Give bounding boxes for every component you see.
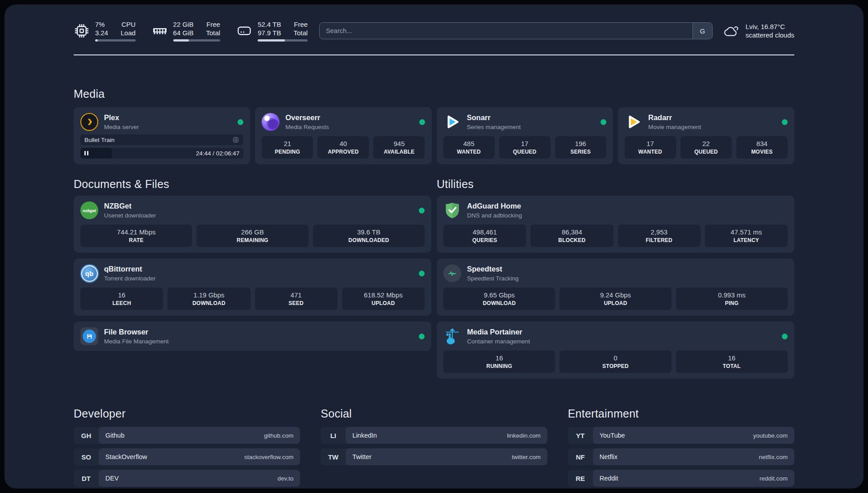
memory-total-value: 64 GiB	[173, 29, 194, 37]
cpu-widget: 7% 3.24 CPU Load	[74, 20, 136, 42]
bookmark-reddit[interactable]: RE Reddit reddit.com	[568, 470, 794, 487]
plex-icon	[80, 113, 98, 131]
bookmark-abbr: GH	[74, 427, 99, 444]
search-input[interactable]	[320, 23, 693, 39]
service-title: NZBGet	[104, 202, 413, 211]
stat-blocked: 86,384 BLOCKED	[530, 225, 613, 247]
bookmark-name: DEV	[105, 475, 119, 482]
service-subtitle: Torrent downloader	[104, 275, 413, 282]
disk-widget: 52.4 TB 97.9 TB Free Total	[236, 20, 308, 42]
service-card-adguard: AdGuard Home DNS and adblocking 498,461 …	[437, 196, 794, 253]
stat-running: 16 RUNNING	[443, 351, 555, 373]
search-provider-badge[interactable]: G	[693, 23, 712, 39]
bookmark-name: Reddit	[600, 475, 618, 482]
status-dot	[782, 119, 788, 125]
memory-icon	[152, 23, 168, 39]
now-playing-title: Bullet Train	[84, 137, 115, 143]
stat-queued: 17 QUEUED	[499, 136, 551, 159]
adguard-link[interactable]: AdGuard Home DNS and adblocking	[443, 201, 788, 219]
service-card-filebrowser: File Browser Media File Management	[74, 322, 431, 351]
service-card-speedtest: Speedtest Speedtest Tracking 9.65 Gbps D…	[437, 259, 794, 316]
memory-progress-bar	[173, 39, 221, 42]
bookmark-stackoverflow[interactable]: SO StackOverflow stackoverflow.com	[74, 448, 300, 465]
stat-series: 196 SERIES	[555, 136, 606, 159]
pause-button[interactable]	[84, 151, 88, 155]
stat-rate: 744.21 Mbps RATE	[80, 225, 192, 247]
filebrowser-link[interactable]: File Browser Media File Management	[80, 327, 425, 345]
nzbget-link[interactable]: nzbget NZBGet Usenet downloader	[80, 201, 425, 219]
bookmark-name: Netflix	[600, 453, 618, 460]
stat-upload: 618.52 Mbps UPLOAD	[342, 288, 425, 310]
service-title: File Browser	[104, 328, 413, 337]
service-subtitle: DNS and adblocking	[467, 212, 788, 219]
now-playing-row: Bullet Train	[80, 134, 243, 145]
bookmark-github[interactable]: GH Github github.com	[74, 427, 300, 444]
search-bar[interactable]: G	[319, 22, 713, 39]
overseerr-icon	[262, 113, 280, 131]
bookmark-group-title: Entertainment	[568, 407, 794, 420]
dashboard-panel: 7% 3.24 CPU Load	[4, 4, 864, 489]
adguard-icon	[443, 201, 461, 219]
weather-condition: scattered clouds	[746, 31, 794, 39]
stat-movies: 834 MOVIES	[736, 136, 788, 159]
bookmark-linkedin[interactable]: LI LinkedIn linkedin.com	[321, 427, 547, 444]
portainer-link[interactable]: Media Portainer Container management	[443, 327, 788, 345]
bookmark-twitter[interactable]: TW Twitter twitter.com	[321, 448, 547, 465]
qbittorrent-link[interactable]: qb qBittorrent Torrent downloader	[80, 264, 425, 282]
memory-widget: 22 GiB 64 GiB Free Total	[152, 20, 221, 42]
service-card-portainer: Media Portainer Container management 16 …	[437, 322, 794, 379]
bookmark-domain: reddit.com	[760, 475, 788, 482]
bookmark-name: Twitter	[352, 453, 371, 460]
cpu-load-value: 3.24	[95, 29, 108, 37]
bookmark-domain: youtube.com	[753, 432, 788, 439]
sonarr-icon	[443, 113, 461, 131]
memory-free-value: 22 GiB	[173, 20, 194, 29]
section-title-utilities: Utilities	[437, 178, 794, 191]
status-dot	[238, 119, 243, 125]
bookmark-group-social: Social LI LinkedIn linkedin.com TW Twitt…	[321, 407, 547, 489]
cpu-progress-bar	[95, 39, 136, 42]
disk-progress-bar	[258, 39, 308, 42]
service-title: AdGuard Home	[467, 202, 788, 211]
service-card-radarr: Radarr Movie management 17 WANTED 22 QUE…	[618, 107, 794, 164]
bookmark-name: StackOverflow	[105, 453, 147, 460]
bookmark-abbr: LI	[321, 427, 346, 444]
stat-total: 16 TOTAL	[676, 351, 788, 373]
radarr-icon	[625, 113, 643, 131]
service-card-qbittorrent: qb qBittorrent Torrent downloader 16 LEE…	[74, 259, 431, 316]
disk-total-value: 97.9 TB	[258, 29, 281, 37]
service-title: Overseerr	[285, 113, 413, 122]
disk-icon	[236, 23, 252, 39]
disk-free-label: Free	[293, 20, 308, 29]
sonarr-link[interactable]: Sonarr Series management	[443, 113, 606, 131]
section-title-documents: Documents & Files	[74, 178, 431, 191]
stat-wanted: 485 WANTED	[443, 136, 495, 159]
overseerr-link[interactable]: Overseerr Media Requests	[262, 113, 425, 131]
service-title: Media Portainer	[467, 328, 776, 337]
service-subtitle: Media File Management	[104, 338, 413, 345]
speedtest-link[interactable]: Speedtest Speedtest Tracking	[443, 264, 788, 282]
bookmark-name: LinkedIn	[352, 432, 377, 439]
bookmark-dev[interactable]: DT DEV dev.to	[74, 470, 300, 487]
stat-filtered: 2,953 FILTERED	[618, 225, 701, 247]
stat-approved: 40 APPROVED	[317, 136, 369, 159]
bookmark-domain: netflix.com	[759, 454, 788, 460]
video-session-icon	[232, 136, 239, 143]
radarr-link[interactable]: Radarr Movie management	[625, 113, 788, 131]
top-bar: 7% 3.24 CPU Load	[74, 17, 794, 45]
service-subtitle: Media server	[104, 124, 232, 130]
memory-total-label: Total	[206, 29, 220, 37]
plex-link[interactable]: Plex Media server	[80, 113, 243, 131]
service-card-sonarr: Sonarr Series management 485 WANTED 17 Q…	[437, 107, 613, 164]
bookmark-netflix[interactable]: NF Netflix netflix.com	[568, 448, 794, 465]
qbittorrent-icon: qb	[80, 264, 98, 282]
stat-upload: 9.24 Gbps UPLOAD	[559, 288, 671, 310]
stat-wanted: 17 WANTED	[625, 136, 676, 159]
bookmark-domain: github.com	[264, 432, 293, 439]
speedtest-icon	[443, 264, 461, 282]
bookmark-youtube[interactable]: YT YouTube youtube.com	[568, 427, 794, 444]
stat-downloaded: 39.6 TB DOWNLOADED	[313, 225, 425, 247]
bookmark-group-entertainment: Entertainment YT YouTube youtube.com NF …	[568, 407, 794, 489]
section-media: Media Plex Media server Bullet Train	[74, 88, 794, 164]
weather-widget: Lviv, 16.87°C scattered clouds	[724, 22, 794, 39]
